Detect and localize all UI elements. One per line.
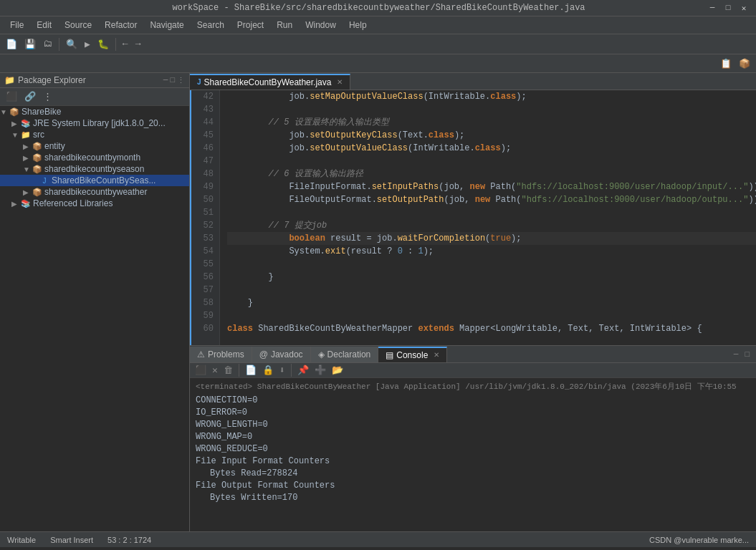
menu-item-run[interactable]: Run (271, 18, 298, 32)
toolbar-pkg-exp[interactable]: 📦 (736, 57, 753, 71)
console-open-btn[interactable]: 📂 (330, 364, 345, 377)
editor-tab-close[interactable]: ✕ (337, 78, 343, 86)
pe-link-editor[interactable]: 🔗 (21, 90, 39, 104)
console-line-0: CONNECTION=0 (196, 395, 750, 407)
console-scroll-lock[interactable]: 🔒 (260, 364, 276, 377)
menu-item-navigate[interactable]: Navigate (144, 18, 189, 32)
toolbar-secondary: 📋 📦 (0, 54, 756, 73)
console-line-2: WRONG_LENGTH=0 (196, 419, 750, 431)
package-explorer-tree: ▼ 📦 ShareBike ▶ 📚 JRE System Library [jd… (0, 106, 189, 531)
console-icon: ▤ (386, 350, 393, 360)
code-line-59 (227, 309, 756, 322)
toolbar-open-type[interactable]: 📋 (717, 57, 735, 71)
pe-toolbar: ⬛ 🔗 ⋮ (0, 88, 189, 106)
console-pin-btn[interactable]: 📌 (295, 364, 311, 377)
status-insert: Smart Insert (50, 536, 93, 544)
tree-item-jre[interactable]: ▶ 📚 JRE System Library [jdk1.8.0_20... (0, 117, 189, 129)
editor-tab-weather[interactable]: J SharedBikeCountByWeather.java ✕ (190, 74, 350, 90)
code-line-47 (227, 155, 756, 168)
problems-icon: ⚠ (197, 349, 205, 360)
console-terminate-btn[interactable]: ✕ (210, 364, 220, 377)
tab-javadoc[interactable]: @ Javadoc (252, 347, 311, 362)
tree-item-countbyseason[interactable]: ▼ 📦 sharedbikecountbyseason (0, 163, 189, 175)
tree-item-countbyweather[interactable]: ▶ 📦 sharedbikecountbyweather (0, 186, 189, 198)
toolbar-save[interactable]: 💾 (21, 37, 39, 52)
toolbar-run[interactable]: ▶ (82, 37, 93, 52)
toolbar-search[interactable]: 🔍 (63, 37, 80, 52)
close-button[interactable]: ✕ (739, 3, 749, 13)
pe-menu-btn[interactable]: ⋮ (177, 76, 185, 85)
pe-maximize-btn[interactable]: □ (170, 76, 175, 85)
title-bar: workSpace - ShareBike/src/sharedbikecoun… (0, 0, 756, 16)
console-status-line: <terminated> SharedBikeCountByWeather [J… (196, 380, 750, 395)
bottom-minimize-btn[interactable]: ─ (732, 349, 741, 360)
menu-bar: FileEditSourceRefactorNavigateSearchProj… (0, 16, 756, 34)
status-position: 53 : 2 : 1724 (107, 536, 151, 544)
code-line-58: } (227, 296, 756, 309)
javadoc-icon: @ (259, 349, 268, 360)
pe-minimize-btn[interactable]: ─ (163, 76, 168, 85)
tab-declaration[interactable]: ◈ Declaration (311, 347, 379, 362)
window-title: workSpace - ShareBike/src/sharedbikecoun… (50, 3, 707, 13)
code-line-51 (227, 206, 756, 219)
tab-problems[interactable]: ⚠ Problems (190, 347, 252, 362)
package-explorer-header: 📁 Package Explorer ─ □ ⋮ (0, 73, 189, 88)
maximize-button[interactable]: □ (723, 3, 733, 13)
package-icon: 📁 (4, 75, 15, 85)
declaration-icon: ◈ (318, 349, 325, 360)
console-clear-btn[interactable]: 📄 (243, 364, 259, 377)
status-brand: CSDN @vulnerable marke... (649, 536, 749, 544)
status-bar: Writable Smart Insert 53 : 2 : 1724 CSDN… (0, 531, 756, 547)
code-line-46: job.setOutputValueClass(IntWritable.clas… (227, 142, 756, 155)
console-tab-close[interactable]: ✕ (434, 351, 439, 359)
bottom-maximize-btn[interactable]: □ (742, 349, 752, 360)
menu-item-edit[interactable]: Edit (31, 18, 57, 32)
tree-item-src[interactable]: ▼ 📁 src (0, 129, 189, 140)
status-left: Writable Smart Insert 53 : 2 : 1724 (7, 536, 151, 544)
code-line-44: // 5 设置最终的输入输出类型 (227, 116, 756, 129)
console-toolbar: ⬛ ✕ 🗑 📄 🔒 ⬇ 📌 ➕ 📂 (190, 363, 756, 378)
tree-item-sharebike[interactable]: ▼ 📦 ShareBike (0, 106, 189, 117)
console-scroll-end[interactable]: ⬇ (277, 364, 287, 377)
menu-item-refactor[interactable]: Refactor (99, 18, 143, 32)
code-line-56: } (227, 271, 756, 284)
console-line-4: WRONG_REDUCE=0 (196, 443, 750, 455)
menu-item-source[interactable]: Source (59, 18, 97, 32)
console-new-btn[interactable]: ➕ (312, 364, 328, 377)
tree-item-reflib[interactable]: ▶ 📚 Referenced Libraries (0, 198, 189, 209)
pe-collapse-all[interactable]: ⬛ (3, 90, 20, 104)
toolbar-back[interactable]: ← (120, 37, 131, 51)
pe-menu-extra[interactable]: ⋮ (40, 90, 55, 104)
main-layout: 📁 Package Explorer ─ □ ⋮ ⬛ 🔗 ⋮ ▼ 📦 Share… (0, 73, 756, 531)
toolbar-save-all[interactable]: 🗂 (40, 37, 55, 51)
console-remove-btn[interactable]: 🗑 (221, 365, 235, 377)
code-line-53: boolean result = job.waitForCompletion(t… (227, 232, 756, 245)
code-editor[interactable]: 42 43 44 45 46 47 48 49 50 51 52 53 54 5… (190, 90, 756, 345)
tree-item-countbymonth[interactable]: ▶ 📦 sharedbikecountbymonth (0, 152, 189, 163)
menu-item-file[interactable]: File (4, 18, 29, 32)
menu-item-project[interactable]: Project (231, 18, 269, 32)
sep-console-1 (239, 364, 239, 377)
console-line-5: File Input Format Counters (196, 455, 750, 468)
code-content-lines[interactable]: job.setMapOutputValueClass(IntWritable.c… (220, 90, 756, 345)
package-explorer-title: 📁 Package Explorer (4, 75, 86, 85)
toolbar-forward[interactable]: → (133, 37, 144, 51)
tree-item-season-file[interactable]: J SharedBikeCountBySeas... (0, 175, 189, 186)
menu-item-search[interactable]: Search (191, 18, 230, 32)
minimize-button[interactable]: ─ (707, 3, 717, 13)
editor-tabs: J SharedBikeCountByWeather.java ✕ (190, 73, 756, 90)
toolbar-debug[interactable]: 🐛 (95, 37, 112, 52)
console-line-7: File Output Format Counters (196, 480, 750, 492)
console-stop-btn[interactable]: ⬛ (193, 364, 209, 377)
menu-item-window[interactable]: Window (300, 18, 342, 32)
console-line-3: WRONG_MAP=0 (196, 431, 750, 443)
code-line-49: FileInputFormat.setInputPaths(job, new P… (227, 180, 756, 193)
package-explorer-panel: 📁 Package Explorer ─ □ ⋮ ⬛ 🔗 ⋮ ▼ 📦 Share… (0, 73, 190, 531)
console-line-6: Bytes Read=278824 (196, 468, 750, 480)
tab-console[interactable]: ▤ Console ✕ (378, 347, 447, 362)
pe-controls: ─ □ ⋮ (163, 76, 185, 85)
code-line-57 (227, 284, 756, 296)
tree-item-entity[interactable]: ▶ 📦 entity (0, 140, 189, 152)
menu-item-help[interactable]: Help (343, 18, 373, 32)
toolbar-new[interactable]: 📄 (3, 37, 20, 52)
